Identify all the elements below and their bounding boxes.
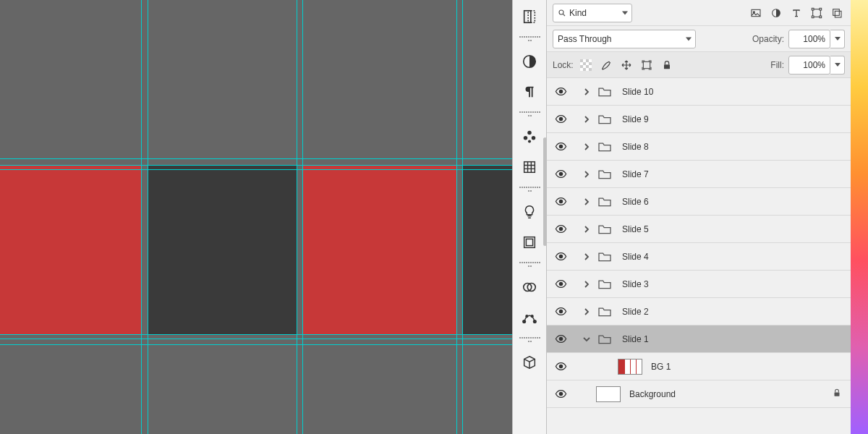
layer-name: Background — [629, 389, 676, 399]
visibility-toggle-icon[interactable] — [553, 333, 569, 345]
swatches-icon[interactable] — [516, 124, 542, 150]
svg-point-46 — [559, 310, 562, 312]
lock-all-icon[interactable] — [659, 57, 675, 73]
guide-horizontal[interactable] — [0, 158, 512, 159]
filter-type-label: Kind — [569, 8, 587, 18]
svg-rect-29 — [586, 59, 589, 62]
expand-toggle-icon[interactable] — [582, 143, 592, 150]
visibility-toggle-icon[interactable] — [553, 360, 569, 373]
guide-horizontal[interactable] — [0, 339, 512, 339]
opacity-input[interactable]: 100% — [788, 30, 830, 48]
lock-transparency-icon[interactable] — [578, 57, 594, 73]
lock-position-icon[interactable] — [618, 57, 634, 73]
visibility-toggle-icon[interactable] — [553, 140, 569, 153]
guide-vertical[interactable] — [302, 0, 303, 434]
svg-rect-26 — [835, 11, 841, 17]
visibility-toggle-icon[interactable] — [553, 223, 569, 235]
svg-rect-34 — [583, 68, 586, 71]
filter-row: Kind — [547, 0, 851, 26]
panel-grip-icon — [519, 337, 540, 343]
bulb-icon[interactable] — [516, 199, 542, 225]
visibility-toggle-icon[interactable] — [553, 195, 569, 208]
layer-row[interactable]: Slide 1 — [547, 326, 851, 353]
visibility-toggle-icon[interactable] — [553, 113, 569, 125]
fill-dropdown-icon[interactable] — [830, 56, 845, 75]
artwork-block[interactable] — [0, 165, 141, 334]
svg-point-6 — [528, 140, 531, 142]
artwork-block[interactable] — [302, 165, 456, 334]
guide-vertical[interactable] — [456, 0, 457, 434]
svg-point-48 — [559, 365, 562, 367]
visibility-toggle-icon[interactable] — [553, 85, 569, 98]
crop-tool-icon[interactable] — [516, 4, 542, 30]
layer-row[interactable]: Slide 2 — [547, 298, 851, 326]
layer-row[interactable]: BG 1 — [547, 353, 851, 380]
layer-name: Slide 4 — [622, 252, 649, 262]
guide-horizontal[interactable] — [0, 344, 512, 345]
folder-icon — [596, 195, 613, 209]
guide-horizontal[interactable] — [0, 334, 512, 335]
layer-row[interactable]: Slide 8 — [547, 133, 851, 161]
guide-vertical[interactable] — [141, 0, 142, 434]
contrast-icon[interactable] — [516, 48, 542, 75]
expand-toggle-icon[interactable] — [582, 116, 592, 123]
visibility-toggle-icon[interactable] — [553, 168, 569, 180]
layer-name: Slide 5 — [622, 224, 649, 234]
folder-icon — [596, 112, 613, 127]
svg-point-44 — [559, 255, 562, 258]
opacity-dropdown-icon[interactable] — [830, 30, 845, 48]
lock-indicator-icon[interactable] — [832, 388, 842, 400]
lock-artboard-icon[interactable] — [639, 57, 655, 73]
expand-toggle-icon[interactable] — [582, 336, 592, 343]
visibility-toggle-icon[interactable] — [553, 305, 569, 318]
filter-type-icon[interactable] — [788, 5, 804, 21]
scrollbar[interactable] — [543, 137, 547, 246]
guide-vertical[interactable] — [148, 0, 148, 434]
layer-row[interactable]: Slide 10 — [547, 78, 851, 106]
lock-pixels-icon[interactable] — [598, 57, 614, 73]
shape-overlap-icon[interactable] — [516, 274, 542, 300]
blend-mode-select[interactable]: Pass Through — [553, 30, 696, 48]
layer-row[interactable]: Slide 3 — [547, 271, 851, 298]
frame-icon[interactable] — [516, 229, 542, 255]
panel-grip-icon — [519, 187, 540, 192]
artwork-block[interactable] — [148, 165, 297, 334]
visibility-toggle-icon[interactable] — [553, 278, 569, 290]
layer-row[interactable]: Slide 5 — [547, 216, 851, 243]
expand-toggle-icon[interactable] — [582, 226, 592, 233]
expand-toggle-icon[interactable] — [582, 308, 592, 315]
visibility-toggle-icon[interactable] — [553, 388, 569, 400]
layer-row[interactable]: Background — [547, 380, 851, 408]
visibility-toggle-icon[interactable] — [553, 250, 569, 263]
path-icon[interactable] — [516, 305, 542, 331]
filter-pixel-icon[interactable] — [748, 5, 764, 21]
layer-list: Slide 10Slide 9Slide 8Slide 7Slide 6Slid… — [547, 78, 851, 434]
cube-icon[interactable] — [516, 349, 542, 375]
filter-adjustment-icon[interactable] — [768, 5, 784, 21]
grid-icon[interactable] — [516, 154, 542, 180]
fill-input[interactable]: 100% — [788, 56, 830, 75]
filter-type-select[interactable]: Kind — [553, 4, 632, 22]
expand-toggle-icon[interactable] — [582, 253, 592, 260]
document-canvas[interactable] — [0, 0, 512, 434]
guide-horizontal[interactable] — [0, 169, 512, 170]
layer-row[interactable]: Slide 4 — [547, 243, 851, 271]
layer-row[interactable]: Slide 9 — [547, 106, 851, 133]
paragraph-icon[interactable] — [516, 79, 542, 105]
filter-shape-icon[interactable] — [809, 5, 825, 21]
svg-rect-33 — [586, 65, 589, 68]
expand-toggle-icon[interactable] — [582, 171, 592, 178]
filter-smart-icon[interactable] — [829, 5, 845, 21]
layer-row[interactable]: Slide 6 — [547, 188, 851, 216]
expand-toggle-icon[interactable] — [582, 88, 592, 95]
expand-toggle-icon[interactable] — [582, 281, 592, 288]
folder-icon — [596, 167, 613, 182]
guide-horizontal[interactable] — [0, 165, 512, 166]
artwork-block[interactable] — [462, 165, 512, 334]
guide-vertical[interactable] — [462, 0, 463, 434]
expand-toggle-icon[interactable] — [582, 198, 592, 205]
guide-vertical[interactable] — [297, 0, 297, 434]
folder-icon — [596, 305, 613, 319]
layer-name: BG 1 — [651, 362, 671, 372]
layer-row[interactable]: Slide 7 — [547, 161, 851, 188]
